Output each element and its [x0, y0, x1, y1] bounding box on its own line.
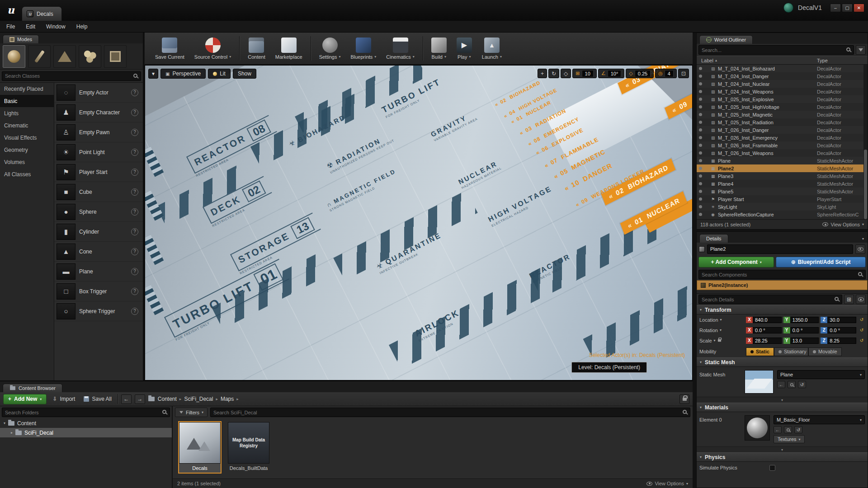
move-tool-button[interactable]: + — [538, 69, 547, 78]
outliner-row[interactable]: ▨ M_T_024_Inst_Weapons DecalActor — [697, 88, 868, 95]
outliner-row[interactable]: ▨ M_T_026_Inst_Emergency DecalActor — [697, 134, 868, 141]
close-button[interactable]: ✕ — [854, 4, 864, 12]
outliner-row[interactable]: ▦ Plane2 StaticMeshActor — [697, 164, 868, 172]
help-icon[interactable]: ? — [131, 248, 138, 255]
mode-landscape-button[interactable] — [53, 45, 76, 68]
use-selected-button[interactable]: ← — [774, 426, 782, 433]
reset-button[interactable]: ↺ — [794, 426, 802, 433]
viewport-scene[interactable]: TURBO LIFT FOR FREIGHT ONLY REACTOR 08 R… — [145, 66, 692, 380]
label-column-header[interactable]: Label — [701, 58, 713, 63]
visibility-eye-icon[interactable] — [699, 82, 702, 85]
reset-button[interactable]: ↺ — [798, 381, 806, 388]
visibility-eye-icon[interactable] — [699, 159, 702, 162]
help-icon[interactable]: ? — [131, 228, 138, 235]
chevron-down-icon[interactable]: ▾ — [714, 338, 716, 343]
help-icon[interactable]: ? — [131, 89, 138, 96]
placeable-item[interactable]: ▲ Cone ? — [54, 242, 143, 262]
outliner-search-input[interactable] — [698, 45, 854, 55]
reset-rotation-icon[interactable]: ↺ — [859, 328, 865, 333]
grid-snap-control[interactable]: ⊞ 10 — [572, 69, 596, 78]
show-button[interactable]: Show — [233, 69, 256, 79]
visibility-eye-icon[interactable] — [699, 182, 702, 185]
placeable-item[interactable]: ⚑ Player Start ? — [54, 162, 143, 182]
save-all-button[interactable]: Save All — [81, 394, 114, 404]
menu-item[interactable]: File — [6, 23, 15, 30]
expander-caret-icon[interactable]: ▾ — [4, 421, 5, 425]
outliner-row[interactable]: ▨ M_T_026_Inst_Frammable DecalActor — [697, 141, 868, 149]
chevron-down-icon[interactable]: ▾ — [720, 318, 722, 322]
panel-menu-icon[interactable]: ▾ — [862, 237, 864, 243]
outliner-row[interactable]: ⚑ Player Start PlayerStart — [697, 195, 868, 203]
search-assets-input[interactable] — [210, 408, 690, 417]
placeable-item[interactable]: ● Sphere ? — [54, 202, 143, 222]
mode-geometry-button[interactable] — [104, 45, 127, 68]
world-outliner-tab[interactable]: World Outliner — [699, 35, 753, 44]
static-mesh-expander[interactable]: ▾ — [697, 397, 868, 403]
toolbar-button[interactable]: Source Control▾ — [189, 36, 236, 61]
mobility-option[interactable]: Static — [746, 347, 774, 356]
help-icon[interactable]: ? — [131, 149, 138, 156]
outliner-row[interactable]: ▨ M_T_025_Inst_Magnetic DecalActor — [697, 111, 868, 118]
materials-expander[interactable]: ▾ — [697, 446, 868, 452]
modes-category[interactable]: Volumes — [0, 156, 54, 168]
location-y-value[interactable]: 1350.0 — [790, 317, 819, 323]
static-mesh-section-header[interactable]: ▾ Static Mesh — [697, 357, 868, 367]
scale-x-value[interactable]: 28.25 — [753, 338, 782, 344]
camera-speed-control[interactable]: ◎ 4 — [655, 69, 677, 78]
toolbar-button[interactable]: Launch▾ — [477, 36, 507, 61]
orange-badge-decal[interactable]: « 02 BIOHAZARD — [601, 158, 676, 206]
details-visibility-button[interactable] — [856, 295, 866, 304]
details-tab[interactable]: Details — [699, 234, 728, 243]
visibility-eye-icon[interactable] — [699, 174, 702, 178]
help-icon[interactable]: ? — [131, 169, 138, 176]
use-selected-button[interactable]: ← — [777, 381, 785, 388]
breadcrumb-item[interactable]: Maps — [221, 396, 234, 402]
outliner-row[interactable]: ▦ Plane StaticMeshActor — [697, 157, 868, 164]
visibility-eye-icon[interactable] — [699, 113, 702, 116]
static-mesh-combo[interactable]: Plane▾ — [777, 370, 865, 379]
visibility-eye-icon[interactable] — [699, 167, 702, 170]
material-combo[interactable]: M_Basic_Floor▾ — [774, 415, 865, 424]
help-icon[interactable]: ? — [131, 129, 138, 136]
placeable-item[interactable]: ▬ Plane ? — [54, 262, 143, 282]
decal-sign[interactable]: GRAVITY VARIABLE GRAVITY AREA — [429, 109, 478, 142]
outliner-row[interactable]: ▨ M_T_025_Inst_Explosive DecalActor — [697, 95, 868, 103]
scale-snap-value[interactable]: 0.25 — [635, 70, 651, 77]
modes-category[interactable]: Cinematic — [0, 119, 54, 131]
placeable-item[interactable]: ○ Sphere Trigger ? — [54, 301, 143, 321]
placeable-item[interactable]: ■ Cube ? — [54, 182, 143, 202]
visibility-eye-icon[interactable] — [699, 75, 702, 78]
menu-item[interactable]: Help — [76, 23, 88, 30]
outliner-row[interactable]: ◉ SphereReflectionCapture SphereReflecti… — [697, 211, 868, 218]
angle-snap-value[interactable]: 10° — [608, 70, 622, 77]
breadcrumb-item[interactable]: Content — [158, 396, 177, 402]
scrollbar-thumb[interactable] — [864, 150, 867, 219]
outliner-row[interactable]: ▨ M_T_024_Inst_Nuclear DecalActor — [697, 80, 868, 88]
search-classes-input[interactable] — [2, 71, 141, 81]
toolbar-button[interactable]: Marketplace▾ — [270, 36, 307, 61]
type-column-header[interactable]: Type — [817, 58, 868, 63]
rotation-x-value[interactable]: 0.0 ° — [753, 327, 782, 333]
placeable-item[interactable]: ◌ Empty Actor ? — [54, 83, 143, 103]
details-grid-button[interactable]: ⊞ — [844, 295, 854, 304]
visibility-eye-icon[interactable] — [699, 197, 702, 201]
asset-tile[interactable]: Decals — [179, 422, 221, 473]
modes-tab[interactable]: Modes — [3, 35, 39, 43]
rotate-tool-button[interactable]: ↻ — [548, 69, 559, 78]
placeable-item[interactable]: ♙ Empty Pawn ? — [54, 122, 143, 142]
browse-button[interactable] — [788, 381, 796, 388]
scale-lock-icon[interactable] — [717, 339, 721, 342]
placeable-item[interactable]: ▮ Cylinder ? — [54, 222, 143, 242]
toolbar-button[interactable]: Settings▾ — [314, 36, 346, 61]
folder-tree-row[interactable]: ▸ SciFi_Decal — [0, 428, 172, 437]
static-mesh-thumbnail[interactable] — [745, 370, 774, 394]
outliner-scrollbar[interactable] — [863, 65, 868, 219]
visibility-eye-icon[interactable] — [699, 67, 702, 70]
modes-category[interactable]: Geometry — [0, 144, 54, 156]
clipped-component-row[interactable] — [697, 290, 868, 294]
toolbar-button[interactable]: Build▾ — [426, 36, 452, 61]
actor-name-input[interactable] — [707, 244, 853, 254]
import-button[interactable]: ⇩ Import — [50, 394, 78, 404]
toolbar-button[interactable]: Play▾ — [452, 36, 477, 61]
placeable-item[interactable]: ☀ Point Light ? — [54, 142, 143, 162]
